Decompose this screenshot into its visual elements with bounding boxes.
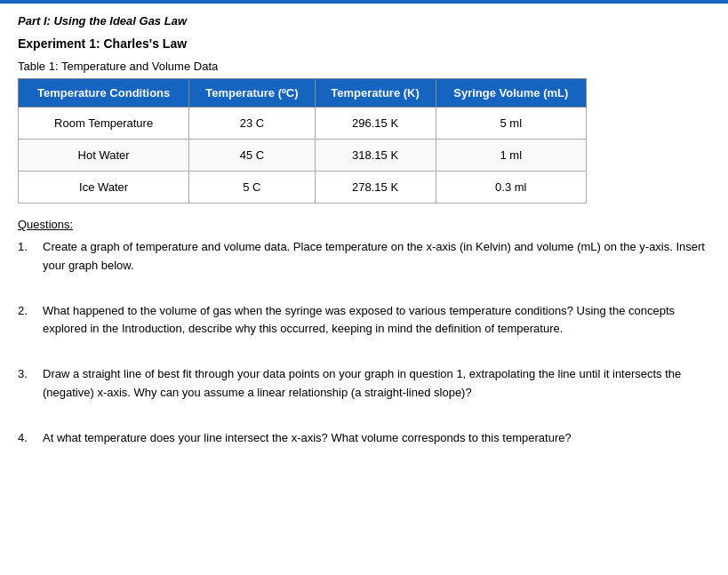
cell-condition: Hot Water xyxy=(19,140,189,172)
cell-volume: 1 ml xyxy=(436,140,586,172)
cell-volume: 0.3 ml xyxy=(436,172,586,204)
question-4: 4. At what temperature does your line in… xyxy=(18,429,710,448)
question-3: 3. Draw a straight line of best fit thro… xyxy=(18,365,710,403)
cell-tempk: 296.15 K xyxy=(315,108,436,140)
question-text: At what temperature does your line inter… xyxy=(43,429,710,448)
question-number: 2. xyxy=(18,302,43,339)
cell-volume: 5 ml xyxy=(436,108,586,140)
question-text: What happened to the volume of gas when … xyxy=(43,302,710,339)
question-1: 1. Create a graph of temperature and vol… xyxy=(18,238,710,276)
questions-section: Questions: 1. Create a graph of temperat… xyxy=(18,218,710,448)
cell-tempc: 45 C xyxy=(189,140,315,172)
table-row: Room Temperature 23 C 296.15 K 5 ml xyxy=(19,108,587,140)
table-title: Table 1: Temperature and Volume Data xyxy=(18,60,710,73)
question-text: Draw a straight line of best fit through… xyxy=(43,365,710,403)
cell-tempk: 278.15 K xyxy=(315,172,436,204)
question-number: 1. xyxy=(18,238,43,276)
data-table: Temperature Conditions Temperature (ºC) … xyxy=(18,78,587,204)
questions-label: Questions: xyxy=(18,218,710,231)
question-number: 3. xyxy=(18,365,43,403)
col-header-tempk: Temperature (K) xyxy=(315,79,436,108)
col-header-tempc: Temperature (ºC) xyxy=(189,79,315,108)
top-bar xyxy=(0,0,728,4)
cell-condition: Room Temperature xyxy=(19,108,189,140)
table-row: Ice Water 5 C 278.15 K 0.3 ml xyxy=(19,172,587,204)
part-title: Part I: Using the Ideal Gas Law xyxy=(18,14,710,28)
question-number: 4. xyxy=(18,429,43,448)
experiment-title: Experiment 1: Charles's Law xyxy=(18,36,710,51)
cell-tempc: 23 C xyxy=(189,108,315,140)
cell-tempc: 5 C xyxy=(189,172,315,204)
col-header-volume: Syringe Volume (mL) xyxy=(436,79,586,108)
question-2: 2. What happened to the volume of gas wh… xyxy=(18,302,710,339)
table-row: Hot Water 45 C 318.15 K 1 ml xyxy=(19,140,587,172)
col-header-conditions: Temperature Conditions xyxy=(19,79,189,108)
cell-tempk: 318.15 K xyxy=(315,140,436,172)
question-text: Create a graph of temperature and volume… xyxy=(43,238,710,276)
cell-condition: Ice Water xyxy=(19,172,189,204)
